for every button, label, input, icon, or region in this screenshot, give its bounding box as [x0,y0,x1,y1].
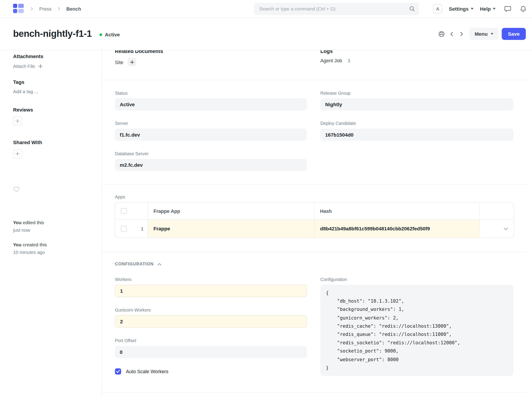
settings-menu[interactable]: Settings [449,6,473,12]
row-select-cell: 1 [115,220,148,238]
section-connections: Related Documents Site Logs Agent Job [102,50,527,80]
apps-grid: Frappe App Hash 1 Frappe d8b421b [115,202,514,238]
gunicorn-workers-field-label: Gunicorn Workers [115,308,307,313]
workers-field-value[interactable]: 1 [115,285,307,297]
page-body: Attachments Attach File Tags Add a tag .… [0,50,532,396]
form-main: Related Documents Site Logs Agent Job [102,50,532,396]
activity-entry: You edited this just now [13,219,88,234]
row-expand-cell[interactable] [479,220,514,238]
status-indicator: Active [99,32,120,37]
release-group-field-label: Release Group [320,90,513,96]
chevron-down-icon [471,8,473,10]
settings-label: Settings [449,6,468,12]
plus-icon [38,64,43,69]
auto-scale-label[interactable]: Auto Scale Workers [126,369,169,374]
section-apps: Apps Frappe App Hash [102,185,527,252]
apps-grid-body: 1 Frappe d8b421b49a8bf61c599b048140cbb20… [115,220,514,238]
header-cell-select [115,203,148,220]
field-deploy-candidate: Deploy Candidate 167b1504d0 [320,121,513,140]
like-heart-icon[interactable] [13,186,88,194]
frappe-logo-icon[interactable] [13,4,24,14]
user-avatar[interactable]: A [433,4,442,13]
search-icon [409,6,415,12]
chevron-down-icon [493,8,495,10]
server-field-label: Server [115,121,307,126]
deploy-candidate-field-label: Deploy Candidate [320,121,513,126]
row-checkbox[interactable] [121,226,126,232]
activity-time: just now [13,228,30,233]
field-workers: Workers 1 [115,277,307,297]
menu-button-label: Menu [474,31,488,37]
breadcrumb: Press Bench [29,6,83,12]
apps-grid-label: Apps [115,194,527,199]
port-offset-field-value[interactable]: 0 [115,346,307,358]
search-input[interactable] [259,6,409,11]
field-database-server: Database Server m2.fc.dev [115,151,307,171]
status-dot-icon [99,33,102,36]
server-field-value[interactable]: f1.fc.dev [115,128,307,140]
deploy-candidate-field-value[interactable]: 167b1504d0 [320,128,513,140]
field-port-offset: Port Offset 0 [115,338,307,358]
add-review-button[interactable] [13,117,22,126]
gunicorn-workers-field-value[interactable]: 2 [115,315,307,328]
field-gunicorn-workers: Gunicorn Workers 2 [115,308,307,328]
status-indicator-label: Active [105,32,120,37]
print-icon[interactable] [439,31,445,37]
related-documents-heading: Related Documents [115,50,307,54]
field-auto-scale-workers: Auto Scale Workers [115,368,307,374]
activity-action: edited this [23,220,44,225]
tags-heading: Tags [13,79,88,85]
release-group-field-value[interactable]: Nightly [320,99,513,111]
help-label: Help [480,6,491,12]
page-header: bench-nightly-f1-1 Active Menu Save [0,18,532,50]
add-tag-button[interactable]: Add a tag ... [13,89,88,94]
status-field-value[interactable]: Active [115,99,307,111]
attach-file-button[interactable]: Attach File [13,64,88,69]
workers-field-label: Workers [115,277,307,282]
breadcrumb-bench[interactable]: Bench [64,6,83,12]
breadcrumb-press[interactable]: Press [37,6,54,12]
agent-job-count-badge: 3 [348,58,350,63]
field-release-group: Release Group Nightly [320,90,513,111]
field-status: Status Active [115,90,307,111]
help-menu[interactable]: Help [480,6,495,12]
next-document-icon[interactable] [459,31,464,36]
port-offset-field-label: Port Offset [115,338,307,343]
notifications-bell-icon[interactable] [520,5,526,12]
chevron-right-icon [29,6,34,11]
top-navbar: Press Bench A Settings Help [0,0,532,18]
activity-actor: You [13,242,22,247]
chevron-down-icon [491,33,493,35]
row-app-cell[interactable]: Frappe [148,220,314,238]
agent-job-link-label[interactable]: Agent Job [320,58,342,64]
attach-file-label: Attach File [13,64,35,69]
feedback-chat-icon[interactable] [504,5,511,12]
form-sidebar: Attachments Attach File Tags Add a tag .… [0,50,102,396]
site-link-label[interactable]: Site [115,59,123,65]
activity-actor: You [13,220,22,225]
app-window: Press Bench A Settings Help [0,0,532,396]
reviews-heading: Reviews [13,107,88,112]
header-cell-app: Frappe App [148,203,314,220]
attachments-heading: Attachments [13,54,88,59]
add-share-button[interactable] [13,149,22,158]
row-index: 1 [141,226,143,231]
prev-document-icon[interactable] [449,31,454,36]
field-server: Server f1.fc.dev [115,121,307,140]
configuration-section-header[interactable]: CONFIGURATION [115,262,527,267]
add-site-button[interactable] [128,58,136,66]
global-search[interactable] [254,3,419,15]
select-all-checkbox[interactable] [121,208,126,214]
header-cell-hash: Hash [314,203,479,220]
logs-heading: Logs [320,50,513,54]
save-button[interactable]: Save [502,28,526,40]
menu-button[interactable]: Menu [469,28,499,40]
configuration-json-code[interactable]: { "db_host": "10.1.3.102", "background_w… [320,285,513,376]
auto-scale-checkbox[interactable] [115,368,121,374]
activity-log: You edited this just now You created thi… [13,219,88,256]
database-server-field-value[interactable]: m2.fc.dev [115,159,307,171]
row-hash-cell[interactable]: d8b421b49a8bf61c599b048140cbb2062fed50f9 [314,220,479,238]
field-configuration-json: Configuration { "db_host": "10.1.3.102",… [320,277,513,376]
page-title: bench-nightly-f1-1 [13,29,92,39]
chevron-right-icon [56,6,61,11]
